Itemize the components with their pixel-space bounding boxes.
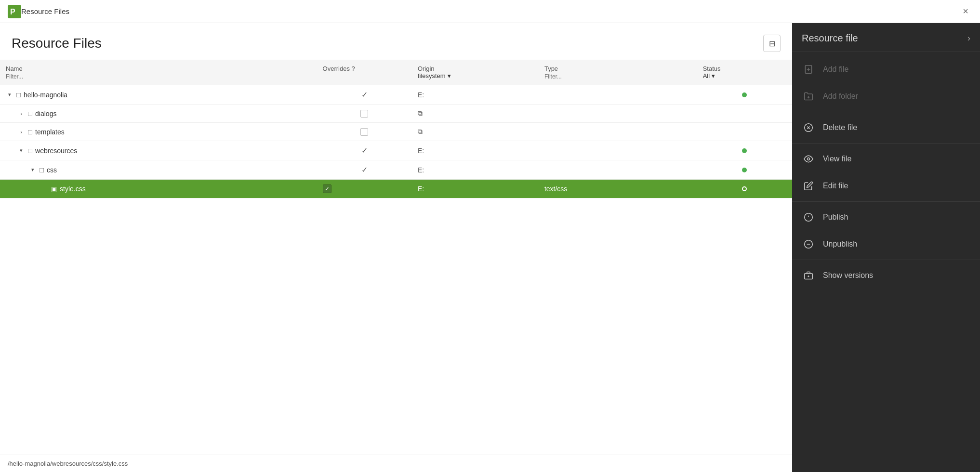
origin-cell: ⧉ <box>412 123 539 141</box>
col-label-status: Status <box>703 65 786 72</box>
panel-action-add-folder: Add folder <box>792 83 980 110</box>
origin-value: E: <box>418 147 424 155</box>
panel-action-view-file[interactable]: View file <box>792 145 980 172</box>
page-title: Resource Files <box>12 36 763 51</box>
panel-divider <box>792 201 980 202</box>
panel-action-edit-file[interactable]: Edit file <box>792 172 980 199</box>
overrides-cell: ✓ <box>317 85 412 105</box>
add-file-icon <box>802 63 815 76</box>
table-row[interactable]: ▾□webresources✓E: <box>0 141 792 160</box>
unpublish-icon <box>802 237 815 251</box>
folder-icon: □ <box>28 128 32 136</box>
close-button[interactable]: × <box>959 4 972 19</box>
header-actions: ⊟ <box>763 35 781 52</box>
name-filter-input[interactable] <box>6 73 311 80</box>
page-header: Resource Files ⊟ <box>0 23 792 60</box>
expand-icon[interactable]: › <box>17 128 25 136</box>
type-cell <box>539 141 697 160</box>
status-value: All <box>703 72 710 79</box>
overrides-cell: ✓ <box>317 160 412 180</box>
panel-action-delete-file[interactable]: Delete file <box>792 114 980 141</box>
delete-file-icon <box>802 121 815 134</box>
footer-bar: /hello-magnolia/webresources/css/style.c… <box>0 455 792 472</box>
expand-icon[interactable]: ▾ <box>17 147 25 155</box>
col-label-name: Name <box>6 65 311 72</box>
override-check-icon: ✓ <box>361 146 368 155</box>
content-area: Resource Files ⊟ Name Overrides ? <box>0 23 792 472</box>
status-dot-green <box>742 92 747 97</box>
col-header-type: Type <box>539 60 697 85</box>
overrides-cell <box>317 105 412 123</box>
expand-icon[interactable]: ▾ <box>29 166 37 174</box>
overrides-cell: ✓ <box>317 180 412 198</box>
overrides-checkbox-empty <box>360 128 368 136</box>
type-cell <box>539 123 697 141</box>
show-versions-label: Show versions <box>823 271 873 280</box>
layout-button[interactable]: ⊟ <box>763 35 781 52</box>
table-body: ▾□hello-magnolia✓E:›□dialogs⧉›□templates… <box>0 85 792 198</box>
add-folder-icon <box>802 90 815 103</box>
delete-file-label: Delete file <box>823 123 857 132</box>
origin-value: E: <box>418 166 424 174</box>
panel-divider <box>792 143 980 144</box>
folder-icon: □ <box>28 146 32 155</box>
overrides-checkbox-checked[interactable]: ✓ <box>323 184 331 193</box>
table-row[interactable]: ›□templates⧉ <box>0 123 792 141</box>
origin-cell: E: <box>412 180 539 198</box>
panel-divider <box>792 112 980 112</box>
expand-icon[interactable] <box>40 185 48 193</box>
origin-select[interactable]: filesystem ▾ <box>418 72 533 79</box>
status-cell <box>697 105 792 123</box>
origin-value: filesystem <box>418 72 446 79</box>
panel-chevron-icon[interactable]: › <box>967 33 970 43</box>
app-logo: P <box>8 5 21 18</box>
overrides-cell: ✓ <box>317 141 412 160</box>
table-row[interactable]: ›□dialogs⧉ <box>0 105 792 123</box>
override-check-icon: ✓ <box>361 91 368 99</box>
table-row[interactable]: ▾□css✓E: <box>0 160 792 180</box>
expand-icon[interactable]: ▾ <box>6 91 13 99</box>
view-file-icon <box>802 152 815 166</box>
unpublish-label: Unpublish <box>823 240 857 249</box>
file-icon: ▣ <box>51 185 57 193</box>
origin-cell: E: <box>412 160 539 180</box>
svg-point-10 <box>808 158 810 160</box>
resource-files-table: Name Overrides ? Origin filesystem ▾ <box>0 60 792 198</box>
type-filter-input[interactable] <box>544 73 691 80</box>
panel-action-add-file: Add file <box>792 56 980 83</box>
row-name-label: css <box>47 166 57 174</box>
col-header-origin: Origin filesystem ▾ <box>412 60 539 85</box>
right-panel: Resource file › Add fileAdd folderDelete… <box>792 23 980 472</box>
publish-icon <box>802 210 815 224</box>
table-row[interactable]: ▣style.css✓E:text/css <box>0 180 792 198</box>
app-title: Resource Files <box>21 7 69 15</box>
panel-action-show-versions[interactable]: Show versions <box>792 262 980 289</box>
folder-icon: □ <box>28 109 32 118</box>
view-file-label: View file <box>823 155 851 163</box>
type-cell <box>539 105 697 123</box>
row-name-label: style.css <box>60 185 86 193</box>
type-cell <box>539 85 697 105</box>
status-dot-green <box>742 168 747 172</box>
status-dot-green <box>742 148 747 153</box>
status-select[interactable]: All ▾ <box>703 72 786 79</box>
layout-icon: ⊟ <box>769 39 775 48</box>
origin-value: ⧉ <box>418 109 423 117</box>
table-row[interactable]: ▾□hello-magnolia✓E: <box>0 85 792 105</box>
title-bar: P Resource Files × <box>0 0 980 23</box>
panel-action-publish[interactable]: Publish <box>792 204 980 231</box>
status-cell <box>697 123 792 141</box>
panel-divider <box>792 260 980 260</box>
folder-icon: □ <box>40 166 44 174</box>
selected-file-path: /hello-magnolia/webresources/css/style.c… <box>8 460 128 467</box>
origin-cell: ⧉ <box>412 105 539 123</box>
status-cell <box>697 85 792 105</box>
row-name-label: hello-magnolia <box>24 91 67 99</box>
edit-file-icon <box>802 179 815 193</box>
override-check-icon: ✓ <box>361 166 368 174</box>
panel-action-unpublish[interactable]: Unpublish <box>792 231 980 258</box>
type-cell: text/css <box>539 180 697 198</box>
table-header: Name Overrides ? Origin filesystem ▾ <box>0 60 792 85</box>
origin-value: ⧉ <box>418 128 423 135</box>
expand-icon[interactable]: › <box>17 110 25 118</box>
